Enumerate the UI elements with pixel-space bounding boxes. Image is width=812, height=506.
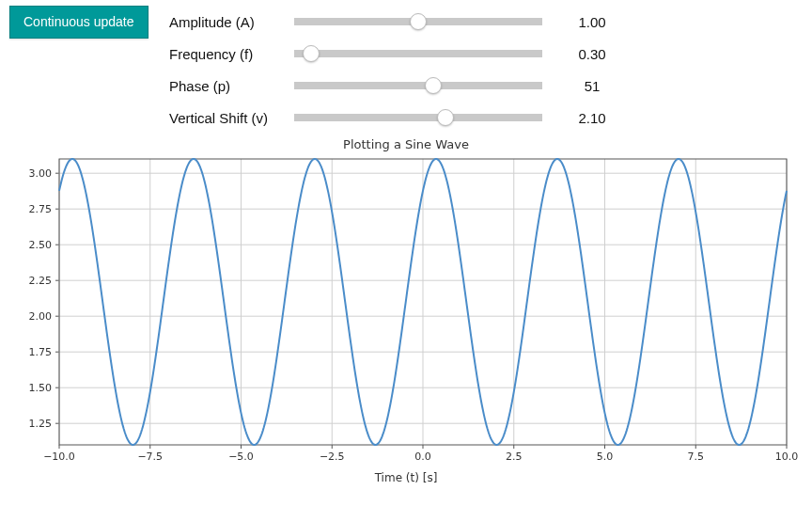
svg-text:2.75: 2.75 bbox=[29, 203, 53, 215]
svg-text:1.25: 1.25 bbox=[29, 418, 53, 430]
slider-row-amplitude: Continuous update Amplitude (A) 1.00 bbox=[9, 6, 812, 38]
plot-area: 1.251.501.752.002.252.502.753.00−10.0−7.… bbox=[14, 153, 798, 469]
phase-value: 51 bbox=[550, 78, 634, 94]
svg-text:2.50: 2.50 bbox=[29, 239, 53, 251]
controls-panel: Continuous update Amplitude (A) 1.00 Fre… bbox=[0, 0, 812, 134]
svg-text:3.00: 3.00 bbox=[29, 167, 53, 180]
slider-thumb[interactable] bbox=[303, 45, 320, 62]
slider-thumb[interactable] bbox=[425, 77, 442, 94]
slider-label-amplitude: Amplitude (A) bbox=[169, 14, 287, 30]
amplitude-slider[interactable] bbox=[294, 18, 542, 25]
frequency-slider[interactable] bbox=[294, 50, 542, 57]
slider-thumb[interactable] bbox=[437, 109, 454, 126]
svg-text:1.50: 1.50 bbox=[29, 382, 53, 394]
svg-text:10.0: 10.0 bbox=[775, 451, 798, 463]
svg-text:7.5: 7.5 bbox=[688, 451, 705, 463]
frequency-value: 0.30 bbox=[550, 46, 634, 62]
svg-text:−10.0: −10.0 bbox=[43, 451, 75, 463]
vshift-slider[interactable] bbox=[294, 114, 542, 121]
chart-title: Plotting a Sine Wave bbox=[9, 137, 803, 151]
svg-text:2.25: 2.25 bbox=[29, 275, 53, 287]
svg-text:2.5: 2.5 bbox=[506, 451, 523, 463]
slider-thumb[interactable] bbox=[410, 13, 427, 30]
phase-slider[interactable] bbox=[294, 82, 542, 89]
continuous-update-toggle[interactable]: Continuous update bbox=[9, 6, 148, 39]
svg-text:1.75: 1.75 bbox=[29, 346, 53, 358]
amplitude-value: 1.00 bbox=[550, 14, 634, 30]
svg-text:−2.5: −2.5 bbox=[320, 451, 345, 463]
slider-row-vshift: Vertical Shift (v) 2.10 bbox=[9, 102, 812, 134]
svg-text:0.0: 0.0 bbox=[414, 451, 431, 463]
slider-row-phase: Phase (p) 51 bbox=[9, 70, 812, 102]
slider-label-vshift: Vertical Shift (v) bbox=[169, 110, 287, 126]
chart-container: Plotting a Sine Wave 1.251.501.752.002.2… bbox=[0, 134, 812, 484]
x-axis-label: Time (t) [s] bbox=[9, 471, 803, 484]
slider-label-phase: Phase (p) bbox=[169, 78, 287, 94]
svg-text:−7.5: −7.5 bbox=[137, 451, 163, 463]
svg-text:5.0: 5.0 bbox=[597, 451, 614, 463]
svg-text:−5.0: −5.0 bbox=[228, 451, 254, 463]
svg-text:2.00: 2.00 bbox=[29, 310, 53, 323]
vshift-value: 2.10 bbox=[550, 110, 634, 126]
slider-label-frequency: Frequency (f) bbox=[169, 46, 287, 62]
slider-row-frequency: Frequency (f) 0.30 bbox=[9, 38, 812, 70]
